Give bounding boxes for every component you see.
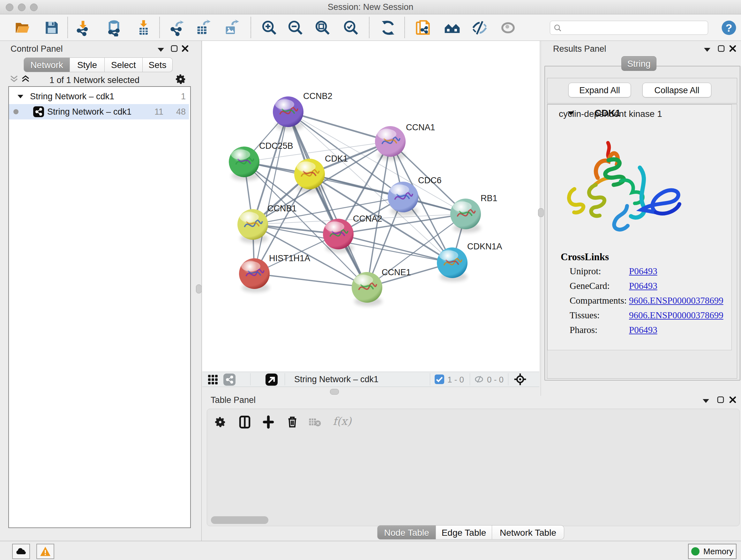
results-panel-title: Results Panel — [553, 44, 606, 54]
show-graphics-details-button[interactable] — [499, 18, 517, 37]
export-network-button[interactable] — [167, 18, 186, 37]
node-label: HIST1H1A — [269, 253, 310, 263]
svg-text:?: ? — [726, 22, 732, 34]
birdseye-crosshair-icon[interactable] — [514, 373, 527, 386]
help-icon: ? — [720, 19, 738, 37]
toolbar-search-field[interactable] — [550, 21, 708, 35]
vertical-splitter-handle[interactable] — [196, 285, 202, 294]
selected-counts: 1 - 0 — [448, 375, 464, 385]
network-node-CCNB1[interactable]: CCNB1 — [238, 204, 297, 243]
zoom-fit-button[interactable] — [313, 18, 332, 37]
crosslink-link[interactable]: 9606.ENSP00000378699 — [629, 310, 724, 320]
export-table-icon — [195, 19, 211, 36]
tab-sets[interactable]: Sets — [143, 57, 173, 72]
save-session-button[interactable] — [43, 18, 61, 37]
network-edge[interactable] — [254, 273, 367, 287]
open-session-button[interactable] — [13, 18, 32, 37]
panel-divider — [541, 41, 541, 396]
toolbar-separator — [369, 17, 369, 38]
network-canvas[interactable]: CCNB2CCNA1CDC25BCDK1CDC6RB1CCNB1CCNA2CDK… — [202, 41, 539, 372]
toolbar-separator — [404, 17, 405, 38]
show-all-networks-button[interactable] — [443, 18, 461, 37]
tab-select[interactable]: Select — [105, 57, 143, 72]
crosslink-link[interactable]: P06493 — [629, 325, 657, 335]
panel-close-icon[interactable] — [729, 396, 737, 403]
network-node-CCNA1[interactable]: CCNA1 — [375, 123, 435, 160]
horizontal-splitter-handle[interactable] — [330, 389, 339, 395]
delete-column-trash-icon[interactable] — [286, 414, 299, 429]
network-row[interactable]: String Network – cdk1 11 48 — [9, 104, 189, 119]
network-graph[interactable]: CCNB2CCNA1CDC25BCDK1CDC6RB1CCNB1CCNA2CDK… — [202, 41, 539, 372]
import-network-file-button[interactable] — [74, 18, 92, 37]
network-node-CDKN1A[interactable]: CDKN1A — [437, 242, 502, 282]
warnings-button[interactable] — [37, 544, 54, 559]
network-edge[interactable] — [288, 112, 390, 141]
horizontal-scrollbar-thumb[interactable] — [211, 516, 268, 524]
tab-network[interactable]: Network — [23, 57, 70, 72]
memory-label: Memory — [703, 547, 733, 557]
panel-float-icon[interactable] — [718, 45, 725, 52]
network-edge[interactable] — [254, 112, 288, 273]
memory-button[interactable]: Memory — [688, 544, 737, 559]
import-network-database-button[interactable] — [105, 18, 123, 37]
zoom-out-button[interactable] — [286, 18, 305, 37]
node-label: CCNA1 — [406, 123, 435, 132]
hidden-eye-icon — [474, 374, 484, 384]
zoom-selected-button[interactable] — [342, 18, 360, 37]
open-folder-icon — [14, 19, 31, 36]
selected-checkbox[interactable] — [434, 374, 444, 384]
warning-icon — [40, 546, 51, 557]
zoom-fit-icon — [314, 19, 331, 36]
tab-string-results[interactable]: String — [621, 56, 657, 71]
help-button[interactable]: ? — [720, 18, 738, 37]
panel-close-icon[interactable] — [729, 45, 737, 52]
network-edge[interactable] — [338, 234, 452, 263]
tab-network-table[interactable]: Network Table — [492, 525, 564, 540]
copy-network-image-button[interactable] — [414, 18, 432, 37]
vertical-splitter-handle[interactable] — [538, 208, 544, 217]
panel-float-icon[interactable] — [171, 45, 178, 52]
import-network-icon — [75, 19, 91, 36]
crosslink-link[interactable]: P06493 — [629, 266, 657, 276]
panel-collapse-icon[interactable] — [157, 47, 165, 52]
panel-float-icon[interactable] — [717, 396, 724, 403]
crosslink-link[interactable]: P06493 — [629, 281, 657, 291]
export-table-button[interactable] — [194, 18, 212, 37]
expand-all-button[interactable]: Expand All — [568, 83, 631, 98]
collapse-all-button[interactable]: Collapse All — [643, 83, 711, 98]
tab-node-table[interactable]: Node Table — [377, 525, 436, 540]
canvasbar-separator — [430, 373, 430, 385]
network-node-RB1[interactable]: RB1 — [450, 193, 497, 233]
hide-graphics-details-button[interactable] — [470, 18, 489, 37]
canvasbar-separator — [250, 373, 251, 385]
search-input[interactable] — [564, 22, 703, 33]
network-node-CCNB2[interactable]: CCNB2 — [273, 91, 333, 131]
string-view-icon[interactable] — [223, 374, 235, 386]
control-panel-title: Control Panel — [10, 44, 63, 54]
refresh-button[interactable] — [379, 18, 397, 37]
crosslink-link[interactable]: 9606.ENSP00000378699 — [629, 295, 724, 306]
network-collection-row[interactable]: String Network – cdk1 1 — [9, 89, 189, 104]
import-table-file-button[interactable] — [134, 18, 153, 37]
detach-view-icon[interactable] — [266, 374, 278, 386]
tab-style[interactable]: Style — [70, 57, 105, 72]
zoom-in-button[interactable] — [260, 18, 279, 37]
network-view-title: String Network – cdk1 — [294, 374, 379, 384]
add-column-icon[interactable] — [261, 415, 275, 429]
tree-expand-icon[interactable] — [17, 94, 23, 99]
grid-view-icon[interactable] — [208, 375, 218, 384]
node-label: CDC25B — [259, 141, 293, 151]
table-options-gear-icon[interactable] — [214, 416, 226, 428]
tab-edge-table[interactable]: Edge Table — [436, 525, 492, 540]
node-label: CDKN1A — [467, 242, 502, 251]
export-image-button[interactable] — [222, 18, 241, 37]
network-node-HIST1H1A[interactable]: HIST1H1A — [239, 253, 310, 293]
panel-collapse-icon[interactable] — [703, 47, 711, 52]
cloud-status-button[interactable] — [12, 544, 30, 559]
panel-collapse-icon[interactable] — [702, 398, 710, 403]
network-node-CDK1[interactable]: CDK1 — [294, 154, 348, 193]
options-gear-icon[interactable] — [175, 73, 186, 85]
show-columns-icon[interactable] — [238, 415, 252, 429]
panel-close-icon[interactable] — [181, 45, 189, 52]
crosslink-label: Compartments: — [569, 295, 627, 306]
